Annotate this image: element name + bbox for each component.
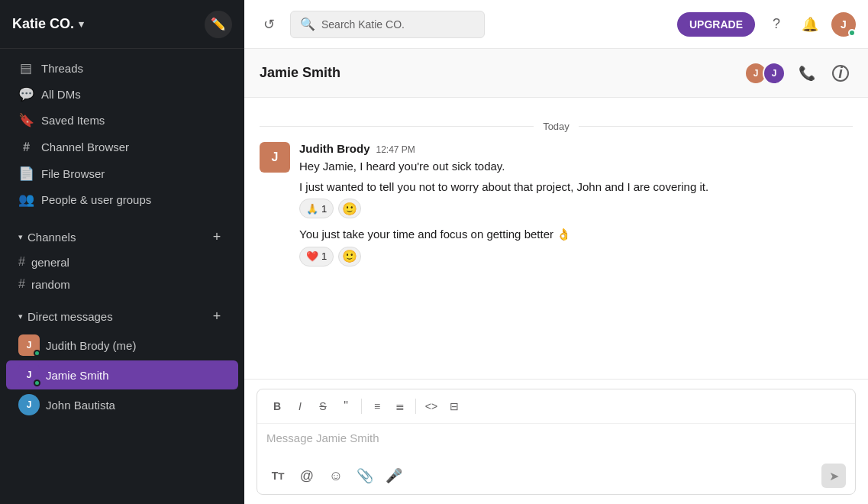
chat-avatar-jamie: J	[763, 62, 786, 85]
channels-chevron-icon: ▾	[18, 232, 23, 242]
channel-item-general[interactable]: # general	[6, 251, 238, 273]
pray-emoji: 🙏	[306, 203, 318, 215]
user-avatar-button[interactable]: J	[831, 12, 856, 37]
italic-button[interactable]: I	[289, 396, 311, 417]
heart-count: 1	[321, 250, 327, 262]
saved-items-icon: 🔖	[18, 112, 34, 128]
workspace-name[interactable]: Katie CO. ▾	[12, 16, 84, 32]
add-reaction-icon-1: 🙂	[342, 202, 357, 216]
chat-area: Jamie Smith J J 📞 i Today J Judith Brod	[244, 49, 868, 504]
text-format-button[interactable]: Tᴛ	[266, 464, 289, 487]
add-reaction-btn-1[interactable]: 🙂	[338, 199, 361, 218]
ordered-list-button[interactable]: ≡	[366, 396, 388, 417]
message-toolbar: B I S " ≡ ≣ <> ⊟	[257, 389, 855, 424]
message-input-footer: Tᴛ @ ☺ 📎 🎤 ➤	[257, 457, 855, 494]
people-groups-icon: 👥	[18, 192, 34, 208]
quote-button[interactable]: "	[335, 396, 357, 417]
message-input[interactable]: Message Jamie Smith	[257, 424, 855, 457]
dm-chevron-icon: ▾	[18, 312, 23, 321]
file-browser-icon: 📄	[18, 166, 34, 182]
help-icon: ?	[773, 16, 780, 32]
all-dms-label: All DMs	[41, 88, 81, 101]
audio-button[interactable]: 🎤	[382, 464, 405, 487]
strikethrough-button[interactable]: S	[312, 396, 334, 417]
workspace-title-text: Katie CO.	[12, 16, 74, 32]
dm-section-left: ▾ Direct messages	[18, 310, 113, 323]
judith-message-meta: Judith Brody 12:47 PM	[299, 142, 853, 155]
channel-browser-label: Channel Browser	[41, 141, 129, 153]
unordered-list-button[interactable]: ≣	[389, 396, 411, 417]
add-channel-button[interactable]: +	[208, 228, 226, 246]
info-button[interactable]: i	[828, 61, 853, 86]
code-button[interactable]: <>	[421, 396, 442, 417]
message-input-box: B I S " ≡ ≣ <> ⊟ Message Jamie Smith Tᴛ …	[257, 389, 856, 495]
sidebar-item-file-browser[interactable]: 📄 File Browser	[6, 161, 238, 186]
bold-button[interactable]: B	[266, 396, 288, 417]
sidebar-item-saved-items[interactable]: 🔖 Saved Items	[6, 108, 238, 133]
chat-header-avatars: J J	[744, 62, 786, 85]
search-bar[interactable]: 🔍 Search Katie CO.	[290, 11, 485, 38]
call-button[interactable]: 📞	[795, 61, 819, 86]
add-dm-button[interactable]: +	[208, 307, 226, 325]
judith-message-p3: You just take your time and focus on get…	[299, 226, 853, 244]
threads-label: Threads	[41, 62, 83, 75]
jamie-status-dot	[34, 380, 40, 386]
channel-browser-icon: ＃	[18, 138, 34, 156]
dm-item-john[interactable]: J John Bautista	[6, 390, 238, 419]
mention-button[interactable]: @	[295, 464, 318, 487]
workspace-chevron-icon: ▾	[79, 18, 84, 30]
sidebar-item-channel-browser[interactable]: ＃ Channel Browser	[6, 134, 238, 160]
bell-icon: 🔔	[802, 16, 818, 33]
channel-item-random[interactable]: # random	[6, 273, 238, 295]
reaction-pray[interactable]: 🙏 1	[299, 199, 334, 218]
john-dm-label: John Bautista	[46, 399, 115, 412]
judith-message-author: Judith Brody	[299, 142, 370, 155]
info-icon: i	[832, 65, 849, 82]
judith-message-content: Judith Brody 12:47 PM Hey Jamie, I heard…	[299, 142, 853, 267]
dm-item-judith[interactable]: J Judith Brody (me)	[6, 331, 238, 360]
random-hash-icon: #	[18, 277, 25, 291]
dm-section: ▾ Direct messages + J Judith Brody (me) …	[0, 299, 244, 423]
all-dms-icon: 💬	[18, 86, 34, 102]
send-icon: ➤	[829, 469, 839, 483]
dm-section-label: Direct messages	[27, 310, 113, 323]
reaction-heart[interactable]: ❤️ 1	[299, 247, 334, 267]
edit-button[interactable]: ✏️	[205, 11, 232, 38]
block-button[interactable]: ⊟	[444, 396, 465, 417]
channels-section-label: Channels	[27, 231, 76, 244]
upgrade-button[interactable]: UPGRADE	[677, 12, 755, 37]
dm-section-header[interactable]: ▾ Direct messages +	[6, 302, 238, 330]
file-browser-label: File Browser	[41, 167, 105, 180]
history-button[interactable]: ↺	[257, 12, 281, 37]
jamie-avatar-wrapper: J	[18, 364, 40, 386]
chat-header: Jamie Smith J J 📞 i	[244, 49, 868, 98]
search-placeholder: Search Katie CO.	[321, 18, 405, 31]
john-avatar-wrapper: J	[18, 394, 40, 415]
add-reaction-icon-2: 🙂	[342, 249, 357, 263]
send-button[interactable]: ➤	[821, 464, 846, 488]
channels-section-header[interactable]: ▾ Channels +	[6, 223, 238, 250]
main-area: ↺ 🔍 Search Katie CO. UPGRADE ? 🔔 J Jamie…	[244, 0, 868, 504]
message-input-area: B I S " ≡ ≣ <> ⊟ Message Jamie Smith Tᴛ …	[244, 379, 868, 504]
pray-count: 1	[321, 203, 327, 215]
general-label: general	[31, 256, 69, 269]
people-groups-label: People & user groups	[41, 193, 151, 206]
sidebar-header: Katie CO. ▾ ✏️	[0, 0, 244, 49]
dm-item-jamie[interactable]: J Jamie Smith	[6, 360, 238, 389]
attach-button[interactable]: 📎	[353, 464, 376, 487]
date-divider-label: Today	[534, 121, 579, 132]
messages-area: Today J Judith Brody 12:47 PM Hey Jamie,…	[244, 98, 868, 379]
john-avatar: J	[18, 394, 40, 415]
notifications-button[interactable]: 🔔	[798, 12, 822, 37]
help-button[interactable]: ?	[764, 12, 789, 37]
add-reaction-btn-2[interactable]: 🙂	[338, 247, 361, 267]
sidebar-item-all-dms[interactable]: 💬 All DMs	[6, 82, 238, 107]
sidebar-item-people-groups[interactable]: 👥 People & user groups	[6, 187, 238, 212]
sidebar-item-threads[interactable]: ▤ Threads	[6, 56, 238, 81]
toolbar-divider-1	[361, 399, 362, 414]
emoji-button[interactable]: ☺	[324, 464, 347, 487]
chat-title: Jamie Smith	[260, 65, 735, 81]
threads-icon: ▤	[18, 60, 34, 76]
judith-status-dot	[34, 350, 40, 357]
general-hash-icon: #	[18, 255, 25, 269]
